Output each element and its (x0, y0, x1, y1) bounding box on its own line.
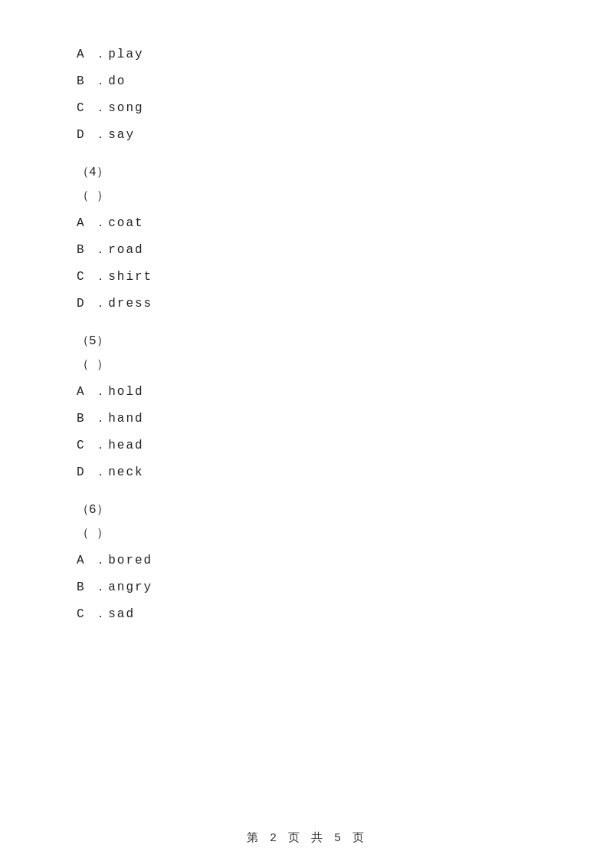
q4-option-c: C ．shirt (61, 268, 552, 284)
question-6: （6） （ ） A ．bored B ．angry C ．sad (61, 501, 552, 622)
footer-text: 第 2 页 共 5 页 (247, 832, 366, 845)
q6-option-a: A ．bored (61, 552, 552, 568)
q5-blank: （ ） (61, 357, 552, 373)
q3-option-a: A ．play (61, 46, 552, 62)
q4-option-b: B ．road (61, 242, 552, 258)
q3-option-b: B ．do (61, 73, 552, 89)
q4-number: （4） (61, 164, 552, 180)
q5-option-c: C ．head (61, 437, 552, 453)
question-5: （5） （ ） A ．hold B ．hand C ．head D ．neck (61, 333, 552, 480)
q5-option-b: B ．hand (61, 410, 552, 426)
q3-option-d: D ．say (61, 127, 552, 143)
q6-blank: （ ） (61, 525, 552, 541)
q4-option-a: A ．coat (61, 215, 552, 231)
q6-option-b: B ．angry (61, 579, 552, 595)
q5-number: （5） (61, 333, 552, 349)
question-4: （4） （ ） A ．coat B ．road C ．shirt D ．dres… (61, 164, 552, 311)
q5-option-a: A ．hold (61, 383, 552, 399)
page-content: A ．play B ．do C ．song D ．say （4） （ ） A ．… (0, 0, 613, 689)
q5-option-d: D ．neck (61, 464, 552, 480)
q4-option-d: D ．dress (61, 295, 552, 311)
q6-number: （6） (61, 501, 552, 518)
q6-option-c: C ．sad (61, 606, 552, 622)
q4-blank: （ ） (61, 188, 552, 204)
q3-option-c: C ．song (61, 100, 552, 116)
question-3-options: A ．play B ．do C ．song D ．say (61, 46, 552, 143)
page-footer: 第 2 页 共 5 页 (0, 830, 613, 845)
